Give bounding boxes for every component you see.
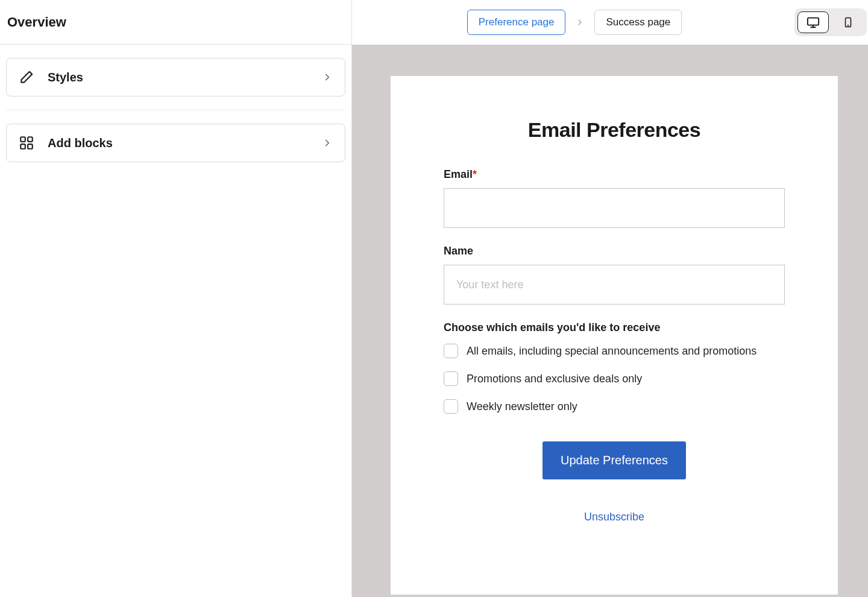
unsubscribe-wrap: Unsubscribe (444, 511, 785, 523)
topbar: Preference page Success page (352, 0, 868, 45)
device-toggle (794, 8, 867, 36)
sidebar: Overview Styles Add blocks (0, 0, 352, 597)
email-field-group: Email* (444, 168, 785, 228)
svg-rect-3 (28, 144, 33, 149)
device-desktop-button[interactable] (797, 11, 829, 33)
tab-success-page[interactable]: Success page (594, 10, 682, 35)
device-mobile-button[interactable] (832, 11, 864, 33)
tab-label: Success page (606, 16, 670, 28)
svg-rect-4 (808, 18, 819, 25)
update-preferences-button[interactable]: Update Preferences (542, 441, 686, 479)
mobile-icon (843, 16, 854, 29)
svg-rect-0 (20, 137, 25, 142)
tab-label: Preference page (479, 16, 555, 28)
email-label: Email* (444, 168, 785, 181)
email-label-text: Email (444, 168, 473, 180)
sidebar-item-label: Styles (48, 71, 309, 84)
tab-preference-page[interactable]: Preference page (467, 10, 566, 35)
preview-pane: Preference page Success page (352, 0, 868, 597)
checkbox[interactable] (444, 399, 458, 414)
required-mark: * (473, 168, 477, 180)
sidebar-body: Styles Add blocks (0, 45, 351, 175)
sidebar-title: Overview (7, 14, 66, 30)
option-row-newsletter[interactable]: Weekly newsletter only (444, 399, 785, 414)
sidebar-item-styles[interactable]: Styles (6, 58, 345, 96)
chevron-right-icon (322, 137, 333, 148)
svg-rect-1 (28, 137, 33, 142)
chevron-right-icon (575, 17, 585, 27)
svg-rect-2 (20, 144, 25, 149)
sidebar-header: Overview (0, 0, 351, 45)
chevron-right-icon (322, 72, 333, 83)
desktop-icon (807, 16, 820, 29)
blocks-icon (19, 135, 34, 151)
option-row-promotions[interactable]: Promotions and exclusive deals only (444, 371, 785, 386)
option-row-all-emails[interactable]: All emails, including special announceme… (444, 344, 785, 358)
choices-group: Choose which emails you'd like to receiv… (444, 321, 785, 414)
form-heading: Email Preferences (444, 118, 785, 142)
option-label: Weekly newsletter only (467, 400, 577, 413)
name-label: Name (444, 245, 785, 257)
choices-heading: Choose which emails you'd like to receiv… (444, 321, 785, 334)
option-label: All emails, including special announceme… (467, 345, 756, 358)
name-input[interactable] (444, 265, 785, 305)
submit-wrap: Update Preferences (444, 441, 785, 479)
divider (6, 110, 345, 110)
pencil-icon (19, 69, 34, 85)
preview-canvas: Email Preferences Email* Name Choose whi… (352, 45, 868, 597)
checkbox[interactable] (444, 344, 458, 358)
preference-form-card: Email Preferences Email* Name Choose whi… (391, 76, 838, 595)
option-label: Promotions and exclusive deals only (467, 373, 642, 385)
email-input[interactable] (444, 188, 785, 228)
checkbox[interactable] (444, 371, 458, 386)
name-field-group: Name (444, 245, 785, 305)
sidebar-item-add-blocks[interactable]: Add blocks (6, 124, 345, 162)
page-tabs: Preference page Success page (362, 10, 787, 35)
sidebar-item-label: Add blocks (48, 136, 309, 150)
unsubscribe-link[interactable]: Unsubscribe (584, 511, 644, 523)
